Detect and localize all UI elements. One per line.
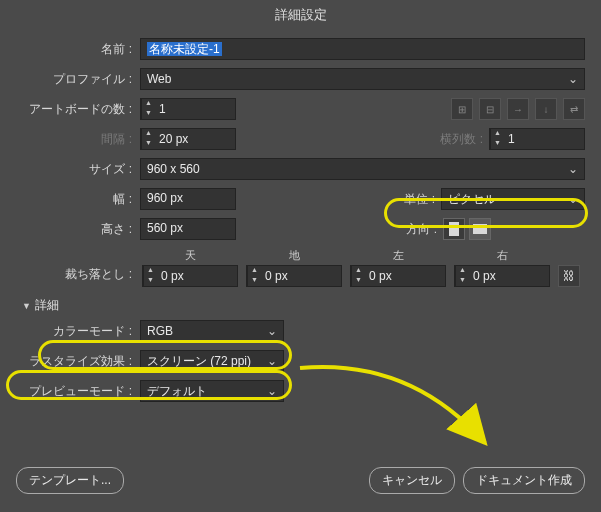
bleed-top-stepper[interactable]: ▲▼0 px bbox=[142, 265, 238, 287]
chevron-down-icon: ⌄ bbox=[267, 354, 277, 368]
chevron-down-icon: ⌄ bbox=[568, 162, 578, 176]
cancel-button[interactable]: キャンセル bbox=[369, 467, 455, 494]
artboards-value: 1 bbox=[155, 102, 235, 116]
profile-label: プロファイル : bbox=[16, 71, 134, 88]
bleed-right-stepper[interactable]: ▲▼0 px bbox=[454, 265, 550, 287]
orient-portrait-button[interactable] bbox=[443, 218, 465, 240]
columns-value: 1 bbox=[504, 132, 584, 146]
templates-button[interactable]: テンプレート... bbox=[16, 467, 124, 494]
size-select[interactable]: 960 x 560 ⌄ bbox=[140, 158, 585, 180]
chevron-down-icon: ⌄ bbox=[267, 324, 277, 338]
artboards-label: アートボードの数 : bbox=[16, 101, 134, 118]
layout-grid-col-icon[interactable]: ⊟ bbox=[479, 98, 501, 120]
layout-arrow-down-icon[interactable]: ↓ bbox=[535, 98, 557, 120]
columns-label: 横列数 : bbox=[427, 131, 483, 148]
artboard-layout-strip: ⊞ ⊟ → ↓ ⇄ bbox=[451, 98, 585, 120]
size-value: 960 x 560 bbox=[147, 162, 200, 176]
layout-reverse-icon[interactable]: ⇄ bbox=[563, 98, 585, 120]
chevron-down-icon: ⌄ bbox=[267, 384, 277, 398]
width-label: 幅 : bbox=[16, 191, 134, 208]
dialog-title: 詳細設定 bbox=[0, 0, 601, 38]
layout-grid-row-icon[interactable]: ⊞ bbox=[451, 98, 473, 120]
disclosure-triangle-icon: ▼ bbox=[22, 301, 31, 311]
advanced-header[interactable]: ▼ 詳細 bbox=[22, 297, 585, 314]
artboards-stepper[interactable]: ▲▼ 1 bbox=[140, 98, 236, 120]
chevron-down-icon: ⌄ bbox=[568, 192, 578, 206]
advanced-label: 詳細 bbox=[35, 297, 59, 314]
spacing-value: 20 px bbox=[155, 132, 235, 146]
landscape-icon bbox=[473, 224, 487, 234]
raster-value: スクリーン (72 ppi) bbox=[147, 353, 251, 370]
orient-landscape-button[interactable] bbox=[469, 218, 491, 240]
columns-stepper: ▲▼ 1 bbox=[489, 128, 585, 150]
units-label: 単位 : bbox=[395, 191, 435, 208]
chevron-down-icon: ⌄ bbox=[568, 72, 578, 86]
preview-label: プレビューモード : bbox=[16, 383, 134, 400]
size-label: サイズ : bbox=[16, 161, 134, 178]
spacing-label: 間隔 : bbox=[16, 131, 134, 148]
bleed-bottom-stepper[interactable]: ▲▼0 px bbox=[246, 265, 342, 287]
preview-value: デフォルト bbox=[147, 383, 207, 400]
name-label: 名前 : bbox=[16, 41, 134, 58]
raster-select[interactable]: スクリーン (72 ppi) ⌄ bbox=[140, 350, 284, 372]
bleed-left-stepper[interactable]: ▲▼0 px bbox=[350, 265, 446, 287]
colormode-select[interactable]: RGB ⌄ bbox=[140, 320, 284, 342]
step-down-icon[interactable]: ▼ bbox=[141, 109, 155, 119]
raster-label: ラスタライズ効果 : bbox=[16, 353, 134, 370]
bleed-top-label: 天 bbox=[185, 248, 196, 263]
bleed-label: 裁ち落とし : bbox=[16, 266, 134, 287]
orient-label: 方向 : bbox=[397, 221, 437, 238]
bleed-bottom-label: 地 bbox=[289, 248, 300, 263]
bleed-left-label: 左 bbox=[393, 248, 404, 263]
width-input[interactable]: 960 px bbox=[140, 188, 236, 210]
layout-arrow-right-icon[interactable]: → bbox=[507, 98, 529, 120]
preview-select[interactable]: デフォルト ⌄ bbox=[140, 380, 284, 402]
height-input[interactable]: 560 px bbox=[140, 218, 236, 240]
profile-select[interactable]: Web ⌄ bbox=[140, 68, 585, 90]
step-up-icon[interactable]: ▲ bbox=[141, 99, 155, 109]
create-button[interactable]: ドキュメント作成 bbox=[463, 467, 585, 494]
units-select[interactable]: ピクセル ⌄ bbox=[441, 188, 585, 210]
colormode-label: カラーモード : bbox=[16, 323, 134, 340]
spacing-stepper: ▲▼ 20 px bbox=[140, 128, 236, 150]
colormode-value: RGB bbox=[147, 324, 173, 338]
name-value: 名称未設定-1 bbox=[147, 42, 222, 56]
bleed-right-label: 右 bbox=[497, 248, 508, 263]
height-label: 高さ : bbox=[16, 221, 134, 238]
name-input[interactable]: 名称未設定-1 bbox=[140, 38, 585, 60]
portrait-icon bbox=[449, 222, 459, 236]
profile-value: Web bbox=[147, 72, 171, 86]
units-value: ピクセル bbox=[448, 191, 496, 208]
bleed-link-icon[interactable]: ⛓ bbox=[558, 265, 580, 287]
